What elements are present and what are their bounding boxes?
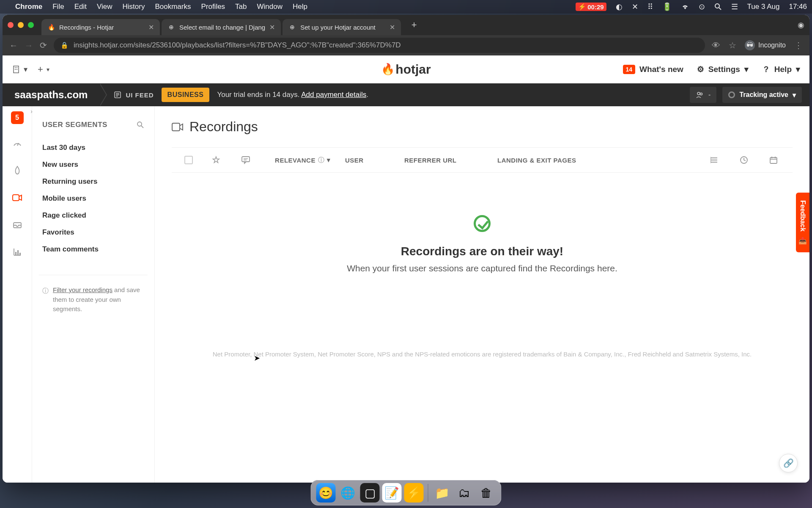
dock-trash-icon[interactable]: 🗑 bbox=[477, 483, 496, 502]
search-icon[interactable] bbox=[714, 3, 722, 11]
search-segments-icon[interactable] bbox=[137, 121, 144, 129]
help-menu[interactable]: ？ Help ▾ bbox=[762, 64, 800, 75]
team-members-button[interactable]: - bbox=[690, 87, 716, 103]
dock-folder-icon[interactable]: 📁 bbox=[433, 483, 452, 502]
menu-help[interactable]: Help bbox=[293, 3, 307, 11]
rail-notifications[interactable]: 5 bbox=[11, 111, 24, 124]
incognito-indicator-icon[interactable]: ◉ bbox=[798, 20, 804, 30]
menu-edit[interactable]: Edit bbox=[74, 3, 87, 11]
rail-surveys[interactable] bbox=[10, 244, 25, 260]
incognito-chip[interactable]: 🕶 Incognito bbox=[745, 40, 786, 50]
col-user[interactable]: USER bbox=[345, 157, 404, 164]
dock-notes-icon[interactable]: 📝 bbox=[382, 483, 402, 502]
expand-rail-icon[interactable]: › bbox=[30, 108, 33, 115]
segment-rage[interactable]: Rage clicked bbox=[39, 207, 148, 224]
window-minimize-icon[interactable] bbox=[18, 22, 24, 28]
segment-returning[interactable]: Returning users bbox=[39, 173, 148, 190]
segment-last-30[interactable]: Last 30 days bbox=[39, 139, 148, 156]
svg-rect-4 bbox=[16, 67, 17, 68]
window-close-icon[interactable] bbox=[8, 22, 14, 28]
site-name[interactable]: saaspaths.com bbox=[3, 83, 99, 106]
col-comment-icon[interactable] bbox=[231, 156, 261, 164]
dock-folder2-icon[interactable]: 🗂 bbox=[455, 483, 474, 502]
dock-chrome-icon[interactable]: 🌐 bbox=[338, 483, 358, 502]
select-all-checkbox[interactable] bbox=[176, 156, 201, 164]
bookmark-icon[interactable]: ☆ bbox=[729, 40, 736, 50]
menubar-clock[interactable]: 17:46 bbox=[789, 3, 807, 11]
new-tab-button[interactable]: + bbox=[408, 19, 420, 30]
hotjar-logo[interactable]: 🔥 hotjar bbox=[381, 62, 431, 77]
menu-tab[interactable]: Tab bbox=[235, 3, 247, 11]
lock-icon[interactable]: 🔒 bbox=[60, 41, 69, 49]
window-zoom-icon[interactable] bbox=[28, 22, 34, 28]
video-icon bbox=[172, 122, 184, 132]
hotjar-favicon-icon: 🔥 bbox=[47, 23, 55, 31]
dock-app-icon[interactable]: ⚡ bbox=[404, 483, 424, 502]
filter-recordings-link[interactable]: Filter your recordings bbox=[53, 286, 112, 293]
tab-close-icon[interactable]: ✕ bbox=[269, 23, 275, 31]
feedback-tab[interactable]: Feedback 📥 bbox=[796, 193, 809, 252]
link-fab[interactable]: 🔗 bbox=[779, 454, 798, 472]
rail-recordings[interactable] bbox=[10, 190, 25, 205]
help-icon: ？ bbox=[762, 64, 770, 75]
reload-button[interactable]: ⟳ bbox=[40, 40, 47, 50]
rail-dashboard[interactable] bbox=[10, 136, 25, 151]
chevron-down-icon: ▾ bbox=[796, 64, 800, 74]
url-text: insights.hotjar.com/sites/2536100/playba… bbox=[74, 41, 401, 50]
wifi-icon[interactable] bbox=[681, 4, 689, 10]
building-icon bbox=[12, 65, 20, 74]
menu-history[interactable]: History bbox=[122, 3, 145, 11]
battery-icon[interactable]: 🔋 bbox=[662, 2, 672, 11]
users-icon bbox=[696, 91, 704, 99]
org-switcher[interactable]: ▾ bbox=[12, 65, 27, 74]
dock-finder-icon[interactable]: 😊 bbox=[316, 483, 336, 502]
spotlight-icon[interactable]: ⊙ bbox=[699, 2, 705, 11]
svg-rect-20 bbox=[19, 253, 21, 255]
tab-recordings[interactable]: 🔥 Recordings - Hotjar ✕ bbox=[41, 19, 160, 35]
col-favorite-icon[interactable]: ☆ bbox=[201, 155, 231, 166]
app-name[interactable]: Chrome bbox=[15, 3, 42, 11]
status-icon-2[interactable]: ✕ bbox=[632, 2, 638, 11]
tab-setup[interactable]: ⊕ Set up your Hotjar account ✕ bbox=[283, 19, 401, 35]
tracking-status-button[interactable]: Tracking active ▾ bbox=[722, 87, 802, 103]
segment-favorites[interactable]: Favorites bbox=[39, 224, 148, 241]
segment-new-users[interactable]: New users bbox=[39, 156, 148, 173]
back-button[interactable]: ← bbox=[9, 41, 18, 50]
add-menu[interactable]: + ▾ bbox=[38, 64, 49, 75]
whats-new-button[interactable]: 14 What's new bbox=[623, 65, 683, 74]
col-relevance[interactable]: RELEVANCE ⓘ ▾ bbox=[261, 156, 345, 164]
menu-bookmarks[interactable]: Bookmarks bbox=[155, 3, 191, 11]
col-referrer[interactable]: REFERRER URL bbox=[404, 157, 497, 164]
battery-timer-icon[interactable]: ⚡00:29 bbox=[576, 3, 606, 11]
link-icon: 🔗 bbox=[783, 458, 794, 468]
col-duration-icon[interactable] bbox=[729, 156, 759, 164]
eye-off-icon[interactable]: 👁 bbox=[712, 41, 720, 50]
status-icon-3[interactable]: ⠿ bbox=[647, 2, 653, 11]
menubar-date[interactable]: Tue 3 Aug bbox=[747, 3, 780, 11]
forward-button[interactable]: → bbox=[25, 41, 33, 50]
add-payment-link[interactable]: Add payment details bbox=[301, 91, 366, 99]
menu-view[interactable]: View bbox=[97, 3, 112, 11]
col-landing[interactable]: LANDING & EXIT PAGES bbox=[497, 157, 633, 164]
segment-comments[interactable]: Team comments bbox=[39, 241, 148, 258]
control-center-icon[interactable]: ☰ bbox=[731, 2, 738, 11]
status-icon-1[interactable]: ◐ bbox=[616, 2, 623, 11]
dock-terminal-icon[interactable]: ▢ bbox=[360, 483, 380, 502]
menu-file[interactable]: File bbox=[52, 3, 64, 11]
menu-window[interactable]: Window bbox=[257, 3, 283, 11]
tab-close-icon[interactable]: ✕ bbox=[148, 23, 154, 31]
col-pages-icon[interactable] bbox=[700, 156, 729, 164]
rail-heatmaps[interactable] bbox=[10, 163, 25, 178]
ui-feed-link[interactable]: UI FEED bbox=[114, 91, 154, 99]
tab-close-icon[interactable]: ✕ bbox=[390, 23, 395, 31]
gauge-icon bbox=[13, 139, 22, 148]
settings-menu[interactable]: ⚙ Settings ▾ bbox=[697, 64, 749, 74]
col-date-icon[interactable] bbox=[759, 156, 788, 164]
kebab-menu-icon[interactable]: ⋮ bbox=[794, 40, 803, 50]
segment-mobile[interactable]: Mobile users bbox=[39, 190, 148, 207]
url-field[interactable]: 🔒 insights.hotjar.com/sites/2536100/play… bbox=[54, 38, 705, 53]
chevron-down-icon: ▾ bbox=[744, 64, 749, 74]
rail-feedback[interactable] bbox=[10, 217, 25, 232]
tab-django[interactable]: ⊕ Select email to change | Djang ✕ bbox=[162, 19, 281, 35]
menu-profiles[interactable]: Profiles bbox=[201, 3, 225, 11]
